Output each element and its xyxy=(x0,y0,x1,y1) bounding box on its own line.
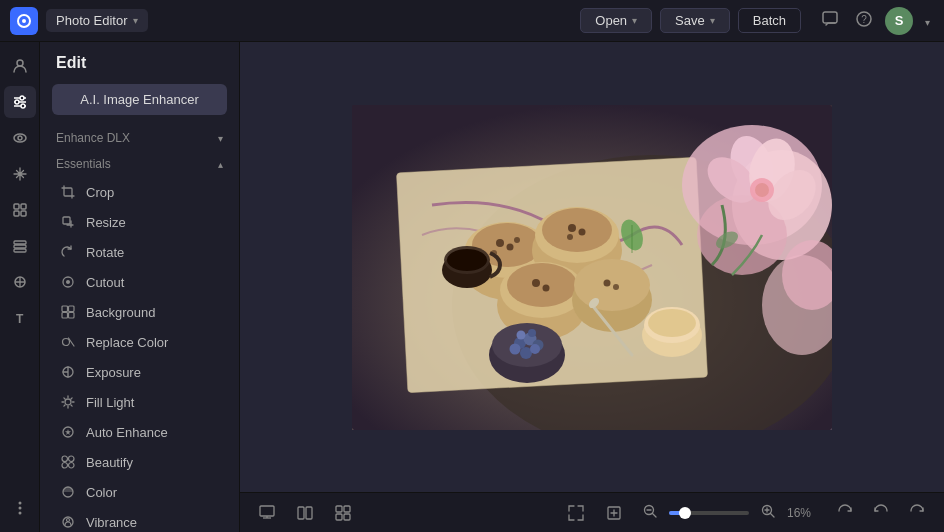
svg-point-10 xyxy=(15,100,19,104)
zoom-out-button[interactable] xyxy=(637,502,663,524)
svg-point-67 xyxy=(567,234,573,240)
save-button[interactable]: Save ▾ xyxy=(660,8,730,33)
svg-rect-15 xyxy=(21,204,26,209)
svg-point-76 xyxy=(613,284,619,290)
avatar[interactable]: S xyxy=(885,7,913,35)
edit-header: Edit xyxy=(40,42,239,80)
fit-screen-button[interactable] xyxy=(561,500,591,526)
menu-items-list: Crop Resize Rotate xyxy=(40,177,239,532)
sidebar-icon-sparkle[interactable] xyxy=(4,158,36,190)
svg-rect-19 xyxy=(14,245,26,248)
view-mode-button[interactable] xyxy=(252,500,282,526)
svg-point-82 xyxy=(510,343,521,354)
menu-item-resize[interactable]: Resize xyxy=(40,207,239,237)
app-title-button[interactable]: Photo Editor ▾ xyxy=(46,9,148,32)
svg-point-75 xyxy=(604,279,611,286)
main-area: T Edit A.I. Image Enhancer Enhance DLX ▾… xyxy=(0,42,944,532)
svg-point-92 xyxy=(648,309,696,337)
zoom-percent: 16% xyxy=(787,506,822,520)
crop-zoom-button[interactable] xyxy=(599,500,629,526)
comment-button[interactable] xyxy=(817,6,843,36)
menu-item-replace-color[interactable]: Replace Color xyxy=(40,327,239,357)
svg-rect-2 xyxy=(823,12,837,23)
svg-point-86 xyxy=(528,329,536,337)
menu-item-exposure[interactable]: Exposure xyxy=(40,357,239,387)
menu-item-beautify[interactable]: Beautify xyxy=(40,447,239,477)
essentials-chevron: ▴ xyxy=(218,159,223,170)
redo-button[interactable] xyxy=(902,498,932,528)
svg-rect-27 xyxy=(62,306,68,312)
sidebar-icon-person[interactable] xyxy=(4,50,36,82)
svg-point-23 xyxy=(18,502,21,505)
canvas-image xyxy=(352,105,832,430)
svg-rect-29 xyxy=(62,313,68,319)
menu-item-crop[interactable]: Crop xyxy=(40,177,239,207)
svg-rect-113 xyxy=(306,507,312,519)
zoom-in-button[interactable] xyxy=(755,502,781,524)
menu-item-fill-light[interactable]: Fill Light xyxy=(40,387,239,417)
batch-button[interactable]: Batch xyxy=(738,8,801,33)
grid-button[interactable] xyxy=(328,500,358,526)
canvas-viewport[interactable] xyxy=(240,42,944,492)
svg-rect-109 xyxy=(260,506,274,516)
svg-point-66 xyxy=(579,228,586,235)
svg-rect-30 xyxy=(69,313,75,319)
cutout-icon xyxy=(60,274,76,290)
more-button[interactable]: ▾ xyxy=(921,8,934,34)
zoom-slider[interactable] xyxy=(669,511,749,515)
sidebar-icon-effects[interactable] xyxy=(4,194,36,226)
panel-sidebar: Edit A.I. Image Enhancer Enhance DLX ▾ E… xyxy=(40,42,240,532)
compare-button[interactable] xyxy=(290,500,320,526)
svg-text:?: ? xyxy=(861,14,867,25)
open-button[interactable]: Open ▾ xyxy=(580,8,652,33)
svg-rect-115 xyxy=(344,506,350,512)
icon-sidebar: T xyxy=(0,42,40,532)
svg-point-74 xyxy=(574,259,650,311)
sidebar-icon-sliders[interactable] xyxy=(4,86,36,118)
sidebar-icon-text[interactable]: T xyxy=(4,302,36,334)
svg-point-31 xyxy=(63,339,70,346)
menu-item-color[interactable]: Color xyxy=(40,477,239,507)
svg-point-71 xyxy=(532,279,540,287)
svg-point-59 xyxy=(507,243,514,250)
menu-item-cutout[interactable]: Cutout xyxy=(40,267,239,297)
ai-enhance-button[interactable]: A.I. Image Enhancer xyxy=(52,84,227,115)
svg-point-58 xyxy=(496,239,504,247)
svg-point-84 xyxy=(530,344,540,354)
svg-point-24 xyxy=(18,507,21,510)
vibrance-icon xyxy=(60,514,76,530)
menu-item-rotate[interactable]: Rotate xyxy=(40,237,239,267)
refresh-button[interactable] xyxy=(830,498,860,528)
zoom-slider-thumb[interactable] xyxy=(679,507,691,519)
essentials-section[interactable]: Essentials ▴ xyxy=(40,151,239,177)
crop-icon xyxy=(60,184,76,200)
canvas-area: 16% xyxy=(240,42,944,532)
menu-item-vibrance[interactable]: Vibrance xyxy=(40,507,239,532)
svg-rect-117 xyxy=(344,514,350,520)
svg-point-64 xyxy=(542,208,612,252)
app-title-label: Photo Editor xyxy=(56,13,128,28)
sidebar-icon-objects[interactable] xyxy=(4,266,36,298)
svg-rect-28 xyxy=(69,306,75,312)
sidebar-icon-layers[interactable] xyxy=(4,230,36,262)
svg-text:T: T xyxy=(16,312,24,326)
svg-rect-116 xyxy=(336,514,342,520)
enhance-dlx-chevron: ▾ xyxy=(218,133,223,144)
enhance-dlx-section[interactable]: Enhance DLX ▾ xyxy=(40,125,239,151)
svg-rect-112 xyxy=(298,507,304,519)
svg-rect-47 xyxy=(69,463,75,469)
svg-point-70 xyxy=(507,263,577,307)
undo-button[interactable] xyxy=(866,498,896,528)
menu-item-auto-enhance[interactable]: Auto Enhance xyxy=(40,417,239,447)
help-button[interactable]: ? xyxy=(851,6,877,36)
svg-line-39 xyxy=(64,398,65,399)
svg-point-5 xyxy=(17,60,23,66)
zoom-control: 16% xyxy=(637,502,822,524)
menu-item-background[interactable]: Background xyxy=(40,297,239,327)
sidebar-icon-eye[interactable] xyxy=(4,122,36,154)
sidebar-icon-more[interactable] xyxy=(4,492,36,524)
svg-rect-17 xyxy=(21,211,26,216)
fill-light-icon xyxy=(60,394,76,410)
svg-rect-114 xyxy=(336,506,342,512)
svg-point-72 xyxy=(543,284,550,291)
